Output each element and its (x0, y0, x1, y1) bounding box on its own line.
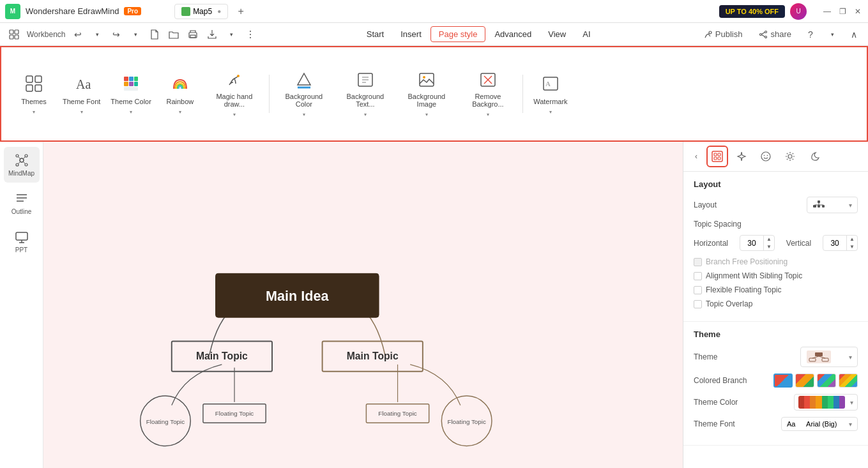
svg-rect-18 (124, 77, 128, 81)
theme-select-label: Theme (694, 352, 717, 361)
theme-select[interactable]: ▾ (800, 347, 858, 367)
svg-rect-24 (124, 87, 138, 91)
promo-banner[interactable]: UP TO 40% OFF (719, 5, 785, 18)
undo-dropdown[interactable]: ▾ (88, 26, 106, 43)
mindmap-svg: Main Idea Main Topic Main Topic Floating… (43, 142, 683, 468)
menu-page-style[interactable]: Page style (430, 26, 486, 42)
sidebar-outline[interactable]: Outline (4, 185, 40, 221)
title-bar: M Wondershare EdrawMind Pro Map5 ● + UP … (0, 0, 868, 23)
svg-point-10 (765, 31, 767, 33)
rainbow-icon (170, 73, 190, 94)
folder-button[interactable] (165, 26, 183, 43)
more-button[interactable] (241, 26, 259, 43)
svg-rect-2 (10, 35, 13, 39)
maximize-button[interactable]: ❐ (837, 6, 848, 17)
menu-collapse[interactable]: ∧ (845, 26, 863, 43)
remove-bg-icon (478, 71, 498, 89)
topic-overlap-checkbox[interactable] (694, 300, 702, 308)
menu-ai[interactable]: AI (575, 27, 598, 42)
sidebar-mindmap[interactable]: MindMap (4, 147, 40, 183)
sidebar-mindmap-label: MindMap (8, 170, 34, 177)
svg-rect-22 (129, 82, 133, 86)
svg-point-6 (250, 31, 251, 32)
map-tab[interactable]: Map5 ● (174, 4, 228, 19)
app-name: Wondershare EdrawMind (26, 6, 119, 16)
print-button[interactable] (184, 26, 202, 43)
help-button[interactable]: ? (802, 26, 819, 43)
workbench-label[interactable]: Workbench (24, 30, 68, 39)
toolbar-bg-text[interactable]: Background Text... ▾ (336, 68, 395, 119)
redo-button[interactable]: ↪ (107, 26, 125, 43)
theme-color-panel-label: Theme Color (694, 398, 738, 407)
watermark-label: Watermark (533, 98, 567, 105)
svg-text:Floating Topic: Floating Topic (146, 418, 185, 425)
branch-free-checkbox[interactable] (694, 258, 702, 266)
svg-text:Floating Topic: Floating Topic (447, 418, 485, 425)
right-tab-settings[interactable] (779, 146, 801, 167)
themes-icon (24, 73, 44, 94)
svg-rect-21 (124, 82, 128, 86)
help-dropdown[interactable]: ▾ (823, 26, 841, 43)
undo-button[interactable]: ↩ (69, 26, 87, 43)
bg-color-arrow: ▾ (303, 112, 305, 117)
toolbar-bg-color[interactable]: Background Color ▾ (275, 68, 333, 119)
swatch-3[interactable] (817, 374, 836, 388)
svg-marker-26 (298, 73, 310, 85)
svg-point-43 (25, 163, 27, 166)
svg-rect-13 (26, 76, 33, 82)
toolbar-theme-font[interactable]: Aa Theme Font ▾ (59, 68, 104, 119)
flexible-floating-checkbox[interactable] (694, 286, 702, 294)
minimize-button[interactable]: — (822, 6, 832, 17)
vertical-input[interactable]: 30 ▲ ▼ (823, 235, 858, 251)
alignment-sibling-checkbox[interactable] (694, 272, 702, 280)
toolbar-bg-image[interactable]: Background Image ▾ (397, 68, 456, 119)
theme-color-select[interactable]: ▾ (794, 394, 858, 411)
layout-dropdown-icon: ▾ (849, 202, 852, 209)
svg-rect-78 (813, 205, 816, 208)
svg-text:Aa: Aa (76, 77, 91, 91)
redo-dropdown[interactable]: ▾ (126, 26, 144, 43)
swatch-2[interactable] (795, 374, 814, 388)
swatch-4[interactable] (839, 374, 858, 388)
toolbar-watermark[interactable]: A Watermark ▾ (528, 68, 573, 119)
right-tab-moon[interactable] (803, 146, 825, 167)
vertical-up[interactable]: ▲ (847, 236, 857, 243)
right-tab-sparkle[interactable] (731, 146, 752, 167)
colored-branch-label: Colored Branch (694, 376, 747, 385)
close-button[interactable]: ✕ (853, 6, 863, 17)
vertical-down[interactable]: ▼ (847, 243, 857, 251)
workbench-icon[interactable] (5, 26, 23, 43)
horizontal-up[interactable]: ▲ (764, 236, 774, 243)
toolbar-theme-color[interactable]: Theme Color ▾ (107, 68, 155, 119)
menu-start[interactable]: Start (359, 27, 392, 42)
horizontal-down[interactable]: ▼ (764, 243, 774, 251)
svg-rect-14 (35, 76, 42, 82)
svg-line-47 (23, 162, 25, 163)
horizontal-input[interactable]: 30 ▲ ▼ (740, 235, 775, 251)
svg-rect-85 (815, 352, 823, 356)
user-avatar[interactable]: U (790, 3, 807, 20)
new-tab-button[interactable]: + (233, 4, 248, 19)
colored-branch-swatches (773, 374, 858, 388)
toolbar-remove-bg[interactable]: Remove Backgro... ▾ (459, 68, 517, 119)
menu-insert[interactable]: Insert (393, 27, 429, 42)
publish-button[interactable]: Publish (697, 27, 749, 42)
export-button[interactable] (203, 26, 221, 43)
export-dropdown[interactable]: ▾ (222, 26, 240, 43)
swatch-1[interactable] (773, 374, 793, 388)
menu-advanced[interactable]: Advanced (487, 27, 539, 42)
menu-view[interactable]: View (540, 27, 574, 42)
toolbar-rainbow[interactable]: Rainbow ▾ (158, 68, 202, 119)
toolbar-themes[interactable]: Themes ▾ (11, 68, 56, 119)
toolbar-magic-hand[interactable]: Magic hand draw... ▾ (205, 68, 264, 119)
layout-select[interactable]: ▾ (807, 197, 858, 213)
canvas[interactable]: Main Idea Main Topic Main Topic Floating… (43, 142, 683, 468)
theme-font-arrow: ▾ (80, 109, 83, 115)
share-button[interactable]: share (752, 27, 798, 42)
panel-collapse-button[interactable]: ‹ (689, 146, 704, 167)
right-tab-emoji[interactable] (755, 146, 777, 167)
sidebar-ppt[interactable]: PPT (4, 223, 40, 259)
right-tab-layout[interactable] (706, 146, 728, 167)
file-button[interactable] (146, 26, 164, 43)
theme-font-select[interactable]: Aa Arial (Big) ▾ (781, 417, 858, 431)
